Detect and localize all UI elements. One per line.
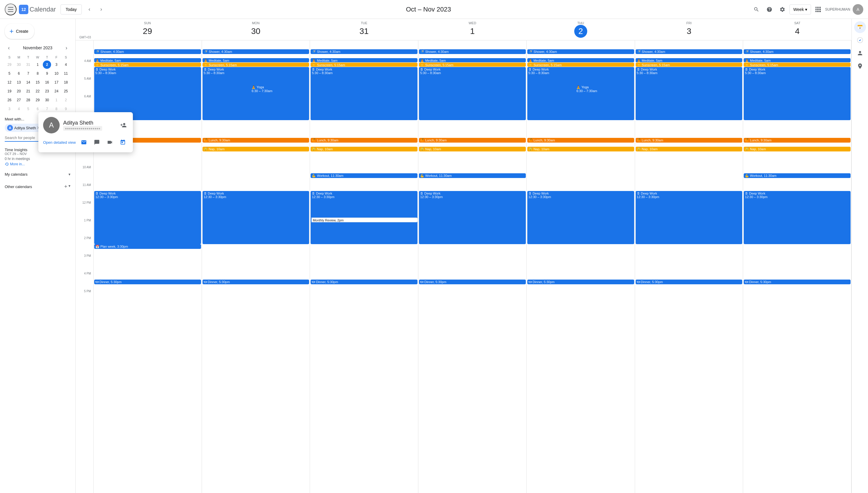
apps-button[interactable] — [812, 3, 824, 15]
mini-day-25[interactable]: 25 — [62, 87, 70, 95]
event-shower-sun[interactable]: 🚿 Shower, 4:30am — [94, 49, 201, 54]
event-plan-week-sun[interactable]: 📅 Plan week, 3:30pm — [94, 244, 201, 249]
event-deepwork-afternoon-wed[interactable]: 🗓 Deep Work12:30 – 3:30pm — [419, 191, 526, 244]
event-sunscreen-wed[interactable]: ☀️ Sunscreen, 5:15am — [419, 63, 526, 67]
event-dinner-sun[interactable]: 🍽 Dinner, 5:30pm — [94, 280, 201, 284]
mini-day-6-dec[interactable]: 6 — [34, 105, 42, 113]
mini-day-8-dec[interactable]: 8 — [52, 105, 61, 113]
event-yoga-thu[interactable]: 🧘 Yoga6:30 – 7:30am — [575, 85, 634, 103]
event-sunscreen-mon[interactable]: ☀️ Sunscreen, 5:15am — [202, 63, 309, 67]
mini-day-7[interactable]: 7 — [24, 69, 32, 78]
event-dinner-wed[interactable]: 🍽 Dinner, 5:30pm — [419, 280, 526, 284]
event-workout-wed[interactable]: 💪 Workout, 11:30am — [419, 173, 526, 178]
event-meditate-sun[interactable]: 🧘 Meditate, 5am — [94, 58, 201, 62]
mini-day-10[interactable]: 10 — [52, 69, 61, 78]
mini-day-24[interactable]: 24 — [52, 87, 61, 95]
mini-day-29-oct[interactable]: 29 — [5, 61, 14, 69]
event-deepwork-afternoon-sat[interactable]: 🗓 Deep Work12:30 – 3:30pm — [744, 191, 851, 244]
event-shower-tue[interactable]: 🚿 Shower, 4:30am — [310, 49, 417, 54]
event-lunch-mon[interactable]: 🍊 Lunch, 9:30am — [202, 138, 309, 143]
mini-day-28[interactable]: 28 — [24, 96, 32, 104]
right-icon-map[interactable] — [854, 60, 866, 72]
mini-day-12[interactable]: 12 — [5, 78, 14, 86]
mini-day-8[interactable]: 8 — [34, 69, 42, 78]
add-person-button[interactable] — [119, 121, 128, 130]
event-workout-sat[interactable]: 💪 Workout, 11:30am — [744, 173, 851, 178]
event-nap-sat[interactable]: 😴 Nap, 10am — [744, 147, 851, 151]
event-nap-mon[interactable]: 😴 Nap, 10am — [202, 147, 309, 151]
event-shower-thu[interactable]: 🚿 Shower, 4:30am — [527, 49, 634, 54]
event-sunscreen-sat[interactable]: ☀️ Sunscreen, 5:15am — [744, 63, 851, 67]
mini-day-26[interactable]: 26 — [5, 96, 14, 104]
event-meditate-wed[interactable]: 🧘 Meditate, 5am — [419, 58, 526, 62]
mini-day-4-dec[interactable]: 4 — [15, 105, 23, 113]
event-meditate-tue[interactable]: 🧘 Meditate, 5am — [310, 58, 417, 62]
mini-day-9[interactable]: 9 — [43, 69, 51, 78]
more-info-link[interactable]: More in... — [5, 162, 70, 166]
calendar-button[interactable] — [117, 137, 128, 148]
event-monthly-review[interactable]: Monthly Review, 2pm — [310, 218, 417, 222]
right-icon-person[interactable] — [854, 47, 866, 59]
event-dinner-thu[interactable]: 🍽 Dinner, 5:30pm — [527, 280, 634, 284]
mini-day-15[interactable]: 15 — [34, 78, 42, 86]
mini-prev-button[interactable]: ‹ — [5, 44, 13, 52]
mini-day-16[interactable]: 16 — [43, 78, 51, 86]
mini-day-4[interactable]: 4 — [62, 61, 70, 69]
view-selector[interactable]: Week ▾ — [789, 4, 811, 15]
mini-day-29[interactable]: 29 — [34, 96, 42, 104]
mini-day-1[interactable]: 1 — [34, 61, 42, 69]
mini-day-11[interactable]: 11 — [62, 69, 70, 78]
mini-day-2-dec[interactable]: 2 — [62, 96, 70, 104]
mini-day-20[interactable]: 20 — [15, 87, 23, 95]
event-dinner-sat[interactable]: 🍽 Dinner, 5:30pm — [744, 280, 851, 284]
mini-day-21[interactable]: 21 — [24, 87, 32, 95]
open-detail-link[interactable]: Open detailed view — [43, 140, 76, 145]
chat-button[interactable] — [91, 137, 102, 148]
mini-day-3[interactable]: 3 — [52, 61, 61, 69]
my-calendars-header[interactable]: My calendars ▾ — [5, 170, 70, 179]
mini-day-30[interactable]: 30 — [43, 96, 51, 104]
next-arrow[interactable]: › — [96, 4, 107, 15]
event-deepwork-afternoon-thu[interactable]: 🗓 Deep Work12:30 – 3:30pm — [527, 191, 634, 244]
mini-day-2[interactable]: 2 — [43, 61, 51, 69]
event-dinner-mon[interactable]: 🍽 Dinner, 5:30pm — [202, 280, 309, 284]
avatar[interactable]: A — [853, 4, 863, 15]
event-nap-wed[interactable]: 😴 Nap, 10am — [419, 147, 526, 151]
event-deepwork-morning-sat[interactable]: 🗓 Deep Work5:30 – 8:30am — [744, 67, 851, 120]
event-deepwork-morning-fri[interactable]: 🗓 Deep Work5:30 – 8:30am — [636, 67, 742, 120]
event-shower-fri[interactable]: 🚿 Shower, 4:30am — [636, 49, 742, 54]
event-deepwork-afternoon-mon[interactable]: 🗓 Deep Work12:30 – 3:30pm — [202, 191, 309, 244]
video-button[interactable] — [105, 137, 115, 148]
mini-day-30-oct[interactable]: 30 — [15, 61, 23, 69]
mini-day-7-dec[interactable]: 7 — [43, 105, 51, 113]
event-nap-fri[interactable]: 😴 Nap, 10am — [636, 147, 742, 151]
event-deepwork-morning-wed[interactable]: 🗓 Deep Work5:30 – 8:30am — [419, 67, 526, 120]
event-lunch-thu[interactable]: 🍊 Lunch, 9:30am — [527, 138, 634, 143]
mini-day-5[interactable]: 5 — [5, 69, 14, 78]
mini-day-9-dec[interactable]: 9 — [62, 105, 70, 113]
email-button[interactable] — [79, 137, 89, 148]
event-sunscreen-sun[interactable]: ☀️ Sunscreen, 5:15am — [94, 63, 201, 67]
event-yoga-mon[interactable]: 🧘 Yoga6:30 – 7:30am — [251, 85, 309, 103]
event-sunscreen-fri[interactable]: ☀️ Sunscreen, 5:15am — [636, 63, 742, 67]
event-nap-tue[interactable]: 😴 Nap, 10am — [310, 147, 417, 151]
mini-day-1-dec[interactable]: 1 — [52, 96, 61, 104]
event-meditate-thu[interactable]: 🧘 Meditate, 5am — [527, 58, 634, 62]
create-button[interactable]: + Create — [5, 24, 34, 39]
event-workout-tue[interactable]: 💪 Workout, 11:30am — [310, 173, 417, 178]
event-sunscreen-thu[interactable]: ☀️ Sunscreen, 5:15am — [527, 63, 634, 67]
event-meditate-fri[interactable]: 🧘 Meditate, 5am — [636, 58, 742, 62]
search-button[interactable] — [751, 3, 762, 15]
event-meditate-sat[interactable]: 🧘 Meditate, 5am — [744, 58, 851, 62]
event-deepwork-afternoon-fri[interactable]: 🗓 Deep Work12:30 – 3:30pm — [636, 191, 742, 244]
prev-arrow[interactable]: ‹ — [84, 4, 95, 15]
mini-day-14[interactable]: 14 — [24, 78, 32, 86]
mini-day-5-dec[interactable]: 5 — [24, 105, 32, 113]
mini-day-19[interactable]: 19 — [5, 87, 14, 95]
event-lunch-tue[interactable]: 🍊 Lunch, 9:30am — [310, 138, 417, 143]
mini-day-13[interactable]: 13 — [15, 78, 23, 86]
mini-day-18[interactable]: 18 — [62, 78, 70, 86]
mini-day-27[interactable]: 27 — [15, 96, 23, 104]
mini-next-button[interactable]: › — [62, 44, 70, 52]
event-deepwork-morning-tue[interactable]: 🗓 Deep Work5:30 – 8:30am — [310, 67, 417, 120]
